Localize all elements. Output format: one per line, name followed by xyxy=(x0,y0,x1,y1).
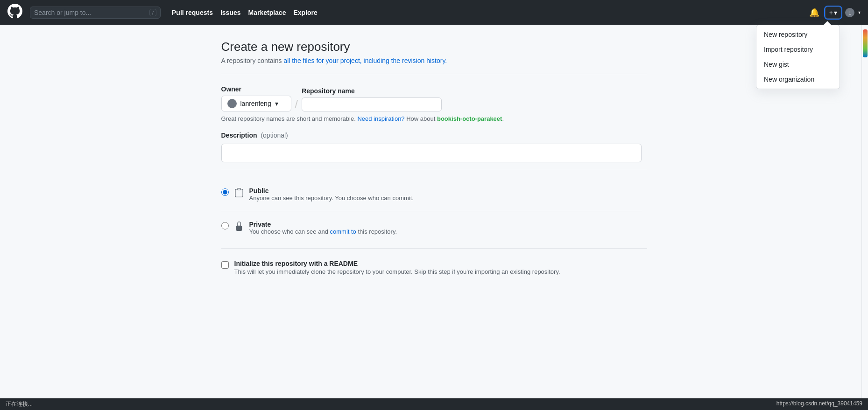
subtitle-link: all the files for your project, includin… xyxy=(283,57,447,64)
search-box[interactable]: / xyxy=(30,7,161,19)
need-inspiration-link[interactable]: Need inspiration? xyxy=(357,115,404,122)
private-desc: You choose who can see and commit to thi… xyxy=(249,228,397,235)
public-icon xyxy=(234,188,244,199)
public-desc: Anyone can see this repository. You choo… xyxy=(249,195,414,202)
scroll-thumb xyxy=(863,29,868,57)
readme-checkbox[interactable] xyxy=(221,261,229,269)
repo-name-input[interactable] xyxy=(302,97,442,111)
plus-icon: + xyxy=(829,9,833,16)
main-content: Create a new repository A repository con… xyxy=(210,25,658,296)
owner-repo-row: Owner lanrenfeng ▾ / Repository name xyxy=(221,85,647,111)
create-menu-button[interactable]: + ▾ xyxy=(825,7,841,19)
slash-separator: / xyxy=(295,98,298,110)
dropdown-item-import-repo[interactable]: Import repository xyxy=(756,42,840,57)
optional-tag: (optional) xyxy=(261,132,288,139)
user-menu-caret[interactable]: ▾ xyxy=(858,10,861,15)
nav-link-issues[interactable]: Issues xyxy=(220,9,241,16)
readme-title: Initialize this repository with a README xyxy=(234,260,560,267)
visibility-bottom-divider xyxy=(221,248,647,249)
dropdown-item-new-org[interactable]: New organization xyxy=(756,72,840,87)
readme-content: Initialize this repository with a README… xyxy=(234,260,560,275)
notifications-button[interactable]: 🔔 xyxy=(807,6,821,20)
navbar: / Pull requests Issues Marketplace Explo… xyxy=(0,0,868,25)
public-radio[interactable] xyxy=(221,188,229,196)
dropdown-item-new-repo[interactable]: New repository xyxy=(756,27,840,42)
private-option[interactable]: Private You choose who can see and commi… xyxy=(221,215,647,241)
dropdown-item-new-gist[interactable]: New gist xyxy=(756,57,840,72)
repo-name-group: Repository name xyxy=(302,87,442,111)
owner-select[interactable]: lanrenfeng ▾ xyxy=(221,96,291,111)
nav-link-pull-requests[interactable]: Pull requests xyxy=(172,9,213,16)
search-input[interactable] xyxy=(34,9,146,16)
description-input[interactable] xyxy=(221,144,642,162)
scrollbar[interactable] xyxy=(861,25,868,296)
create-dropdown-menu: New repository Import repository New gis… xyxy=(756,25,840,89)
visibility-section: Public Anyone can see this repository. Y… xyxy=(221,181,647,241)
visibility-divider xyxy=(221,211,642,211)
description-group: Description (optional) xyxy=(221,132,647,162)
readme-option: Initialize this repository with a README… xyxy=(221,260,647,275)
bell-icon: 🔔 xyxy=(809,7,819,18)
owner-avatar-icon xyxy=(227,99,237,108)
search-shortcut-kbd: / xyxy=(149,9,156,16)
public-content: Public Anyone can see this repository. Y… xyxy=(249,187,414,202)
page-title: Create a new repository xyxy=(221,40,647,54)
private-radio[interactable] xyxy=(221,222,229,229)
readme-desc: This will let you immediately clone the … xyxy=(234,268,560,275)
nav-actions: 🔔 + ▾ L ▾ xyxy=(807,6,861,20)
repo-name-suggestion: Great repository names are short and mem… xyxy=(221,115,647,122)
nav-links: Pull requests Issues Marketplace Explore xyxy=(172,9,318,16)
dropdown-arrow xyxy=(824,21,831,25)
owner-caret-icon: ▾ xyxy=(275,100,278,107)
nav-link-marketplace[interactable]: Marketplace xyxy=(248,9,286,16)
header-divider xyxy=(221,74,647,74)
private-content: Private You choose who can see and commi… xyxy=(249,221,397,235)
page-subtitle: A repository contains all the files for … xyxy=(221,57,647,64)
initialize-section: Initialize this repository with a README… xyxy=(221,260,647,275)
public-title: Public xyxy=(249,187,414,195)
github-logo[interactable] xyxy=(7,4,22,21)
commit-to-link: commit to xyxy=(330,228,356,235)
create-caret-icon: ▾ xyxy=(834,9,837,16)
desc-divider xyxy=(221,170,647,170)
owner-value: lanrenfeng xyxy=(240,100,271,107)
public-option[interactable]: Public Anyone can see this repository. Y… xyxy=(221,181,647,207)
repo-name-label: Repository name xyxy=(302,87,442,95)
owner-group: Owner lanrenfeng ▾ xyxy=(221,85,291,111)
private-icon xyxy=(234,222,244,232)
owner-label: Owner xyxy=(221,85,291,93)
repo-suggestion-name[interactable]: bookish-octo-parakeet xyxy=(437,115,502,122)
nav-link-explore[interactable]: Explore xyxy=(293,9,317,16)
description-label: Description (optional) xyxy=(221,132,647,139)
user-avatar[interactable]: L xyxy=(845,8,854,17)
private-title: Private xyxy=(249,221,397,228)
